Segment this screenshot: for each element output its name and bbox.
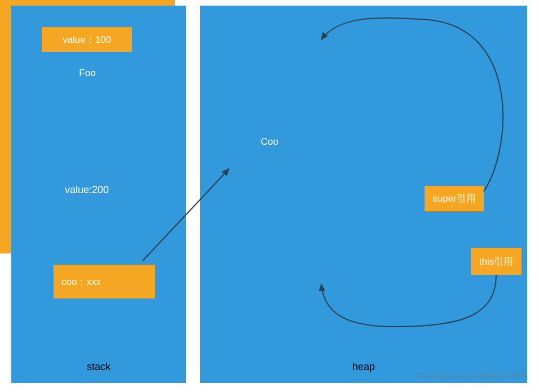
heap-label: heap bbox=[352, 361, 375, 373]
super-ref-text: super引用 bbox=[432, 192, 476, 205]
foo-value-text: value：100 bbox=[63, 33, 111, 46]
stack-coo-ref-box: coo：xxx bbox=[54, 265, 155, 299]
this-ref-text: this引用 bbox=[479, 255, 513, 268]
stack-label: stack bbox=[87, 361, 111, 373]
watermark: https://blog.csdn.n@51CTO博客 bbox=[416, 371, 529, 381]
foo-object-box: value：100 Foo bbox=[20, 16, 154, 128]
coo-label: Coo bbox=[260, 136, 278, 148]
coo-value-box: value:200 bbox=[27, 159, 147, 221]
coo-ref-text: coo：xxx bbox=[61, 275, 101, 288]
this-ref-box: this引用 bbox=[471, 248, 522, 275]
foo-label: Foo bbox=[79, 68, 95, 79]
foo-value-box: value：100 bbox=[42, 27, 132, 52]
super-ref-box: super引用 bbox=[425, 186, 484, 211]
coo-value-text: value:200 bbox=[65, 184, 109, 196]
